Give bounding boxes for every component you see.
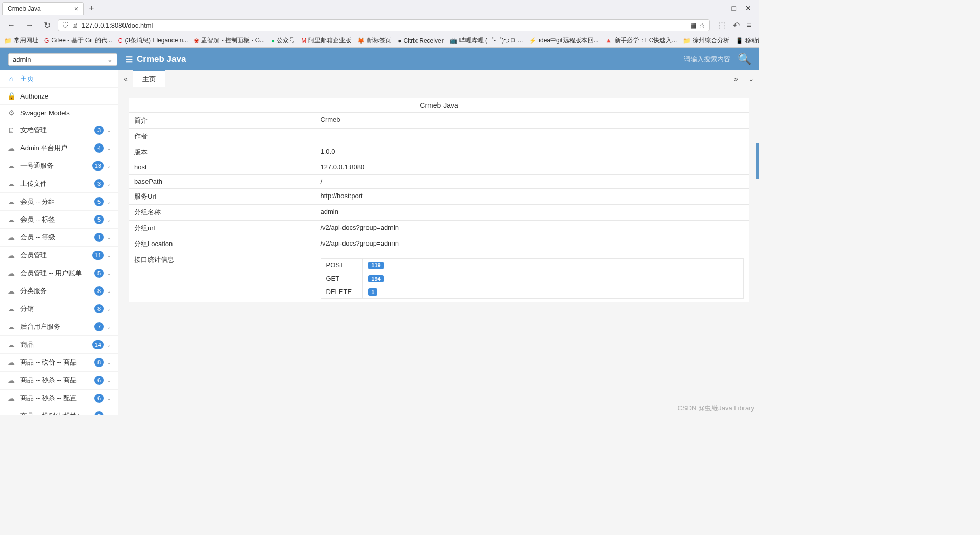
url-bar[interactable]: 🛡 🗎 127.0.0.1:8080/doc.html ▦ ☆ xyxy=(58,19,710,31)
bookmark-item[interactable]: C(3条消息) Elegance n... xyxy=(118,36,188,45)
sidebar-icon: ☁ xyxy=(7,144,15,152)
sidebar-item[interactable]: ⌂主页 xyxy=(0,70,118,88)
close-button[interactable]: ✕ xyxy=(745,4,751,12)
sidebar-label: 会员管理 -- 用户账单 xyxy=(20,269,82,278)
stat-badge: 1 xyxy=(368,288,377,296)
table-row: 分组名称admin xyxy=(129,205,749,221)
bookmark-item[interactable]: 🔺新手必学：EC快速入... xyxy=(605,36,677,45)
maximize-button[interactable]: □ xyxy=(732,4,736,12)
browser-tab[interactable]: Crmeb Java × xyxy=(2,2,84,15)
hamburger-icon[interactable]: ☰ xyxy=(126,55,133,64)
bookmark-bar: 📁常用网址GGitee - 基于 Git 的代...C(3条消息) Elegan… xyxy=(0,34,760,48)
stat-count-cell: 194 xyxy=(363,272,744,285)
info-value: /v2/api-docs?group=admin xyxy=(315,236,749,252)
tab-prev-button[interactable]: « xyxy=(118,75,133,83)
sidebar-badge: 5 xyxy=(94,269,104,278)
sidebar-item[interactable]: ☁会员 -- 等级1⌄ xyxy=(0,229,118,247)
search-icon[interactable]: 🔍 xyxy=(738,53,751,66)
search-placeholder[interactable]: 请输入搜索内容 xyxy=(684,55,730,64)
sidebar-item[interactable]: ☁会员 -- 标签5⌄ xyxy=(0,211,118,229)
sidebar-item[interactable]: ☁商品 -- 砍价 -- 商品8⌄ xyxy=(0,354,118,372)
sidebar-item[interactable]: ⚙Swagger Models xyxy=(0,105,118,121)
tab-home[interactable]: 主页 xyxy=(133,70,165,87)
chevron-down-icon: ⌄ xyxy=(107,217,111,223)
sidebar-icon: ☁ xyxy=(7,198,15,206)
bookmark-item[interactable]: ●公众号 xyxy=(271,36,295,45)
bookmark-item[interactable]: 📺哔哩哔哩 (゜-゜)つロ ... xyxy=(450,36,523,45)
sidebar-item[interactable]: ☁分类服务8⌄ xyxy=(0,282,118,300)
sidebar-icon: ☁ xyxy=(7,305,15,313)
sidebar-item[interactable]: ☁一号通服务13⌄ xyxy=(0,157,118,175)
sidebar-icon: ☁ xyxy=(7,394,15,402)
info-value xyxy=(315,129,749,144)
bookmark-item[interactable]: 📁常用网址 xyxy=(4,36,38,45)
bookmark-item[interactable]: ❀孟智超 - 控制面板 - G... xyxy=(194,36,265,45)
menu-icon[interactable]: ≡ xyxy=(747,20,751,30)
watermark: CSDN @虫链Java Library xyxy=(678,404,754,413)
sidebar-icon: ⚙ xyxy=(7,109,15,117)
sidebar-label: 会员 -- 分组 xyxy=(20,197,55,206)
sidebar-icon: ☁ xyxy=(7,287,15,295)
sidebar-icon: ☁ xyxy=(7,180,15,188)
bookmark-label: 新手必学：EC快速入... xyxy=(615,36,677,45)
sidebar-label: Admin 平台用户 xyxy=(20,143,67,153)
sidebar-item[interactable]: ☁商品 -- 秒杀 -- 配置6⌄ xyxy=(0,390,118,407)
stat-badge: 119 xyxy=(368,262,383,269)
page-icon: 🗎 xyxy=(72,21,79,29)
tab-next-button[interactable]: » xyxy=(729,75,743,83)
back-button[interactable]: ← xyxy=(4,18,18,32)
bookmark-item[interactable]: 🦊新标签页 xyxy=(357,36,391,45)
sidebar-icon: ☁ xyxy=(7,251,15,259)
close-icon[interactable]: × xyxy=(74,5,78,13)
refresh-button[interactable]: ↻ xyxy=(41,18,54,32)
undo-icon[interactable]: ↶ xyxy=(733,20,740,30)
sidebar-item[interactable]: ☁上传文件3⌄ xyxy=(0,175,118,193)
chevron-down-icon: ⌄ xyxy=(107,396,111,401)
chevron-down-icon: ⌄ xyxy=(107,414,111,416)
group-selector-wrap: admin ⌄ xyxy=(8,53,121,66)
stat-method: DELETE xyxy=(321,285,363,299)
stat-count-cell: 119 xyxy=(363,259,744,272)
sidebar-label: 后台用户服务 xyxy=(20,322,60,331)
sidebar-item[interactable]: ☁后台用户服务7⌄ xyxy=(0,318,118,336)
sidebar-item[interactable]: ☁商品 -- 秒杀 -- 商品6⌄ xyxy=(0,372,118,390)
sidebar-badge: 7 xyxy=(94,322,104,331)
tab-more-button[interactable]: ⌄ xyxy=(743,75,760,83)
shield-icon: 🛡 xyxy=(62,21,69,29)
sidebar-item[interactable]: ☁商品 -- 规则值(规格)5⌄ xyxy=(0,407,118,415)
search-area: 请输入搜索内容 🔍 xyxy=(684,53,751,66)
sidebar-label: 主页 xyxy=(20,74,34,83)
chevron-down-icon: ⌄ xyxy=(107,128,111,133)
group-selector[interactable]: admin ⌄ xyxy=(8,53,117,66)
sidebar-item[interactable]: ☁Admin 平台用户4⌄ xyxy=(0,139,118,157)
bookmark-item[interactable]: GGitee - 基于 Git 的代... xyxy=(44,36,112,45)
bookmark-label: 公众号 xyxy=(277,36,295,45)
sidebar-item[interactable]: 🗎文档管理3⌄ xyxy=(0,121,118,139)
sidebar-item[interactable]: ☁会员管理11⌄ xyxy=(0,247,118,264)
sidebar-item[interactable]: ☁分销8⌄ xyxy=(0,300,118,318)
qr-icon[interactable]: ▦ xyxy=(690,21,696,29)
bookmark-mobile[interactable]: 📱移动设备上的书签 xyxy=(736,36,760,45)
sidebar-item[interactable]: 🔒Authorize xyxy=(0,88,118,105)
bookmark-label: idea中git远程版本回... xyxy=(538,36,598,45)
new-tab-button[interactable]: + xyxy=(84,3,100,14)
bookmark-item[interactable]: M阿里邮箱企业版 xyxy=(301,36,351,45)
sidebar-item[interactable]: ☁商品14⌄ xyxy=(0,336,118,354)
extension-icon[interactable]: ⬚ xyxy=(718,20,726,30)
minimize-button[interactable]: — xyxy=(716,4,723,12)
sidebar-icon: ☁ xyxy=(7,269,15,277)
bookmark-item[interactable]: 📁徐州综合分析 xyxy=(683,36,729,45)
bookmark-item[interactable]: ●Citrix Receiver xyxy=(398,37,443,44)
sidebar-item[interactable]: ☁会员 -- 分组5⌄ xyxy=(0,193,118,211)
bookmark-item[interactable]: ⚡idea中git远程版本回... xyxy=(529,36,598,45)
info-key: 分组url xyxy=(129,221,315,236)
sidebar-icon: ☁ xyxy=(7,233,15,241)
table-row: DELETE1 xyxy=(321,285,744,299)
sidebar-icon: ☁ xyxy=(7,162,15,170)
forward-button[interactable]: → xyxy=(22,18,37,32)
stats-label: 接口统计信息 xyxy=(129,252,315,302)
star-icon[interactable]: ☆ xyxy=(699,21,705,29)
table-row: 分组Location/v2/api-docs?group=admin xyxy=(129,236,749,252)
sidebar-item[interactable]: ☁会员管理 -- 用户账单5⌄ xyxy=(0,264,118,282)
info-key: host xyxy=(129,160,315,175)
